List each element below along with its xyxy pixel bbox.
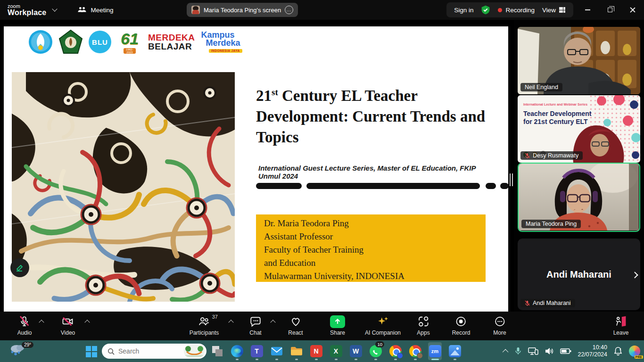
zoom-icon: zm [429, 345, 441, 357]
excel-app[interactable]: X [329, 342, 343, 360]
whatsapp-app[interactable]: 10 [369, 342, 382, 360]
heart-icon [289, 315, 302, 328]
weather-widget[interactable]: 29° [9, 343, 36, 361]
slide-logo-row: BLU 61 1962-2023 MERDEKA BELAJAR Kampus … [28, 28, 240, 56]
mail-app[interactable] [270, 342, 283, 360]
notification-bell-icon[interactable]: z [613, 346, 623, 356]
sparkles-icon [377, 315, 389, 328]
recording-dot-icon [498, 8, 502, 12]
svg-text:for 21st Century ELT: for 21st Century ELT [523, 118, 588, 125]
speaker-info-box: Dr. Maria Teodora Ping Assistant Profess… [256, 214, 486, 282]
tab-options-icon[interactable]: … [285, 6, 293, 14]
search-input[interactable] [118, 347, 179, 355]
security-shield-icon[interactable] [481, 5, 490, 15]
pdf-app[interactable]: N [309, 342, 323, 360]
annotate-button[interactable] [10, 258, 29, 277]
record-icon [455, 315, 467, 328]
task-view-button[interactable] [210, 342, 224, 360]
taskbar-clock[interactable]: 10:40 22/07/2024 [578, 344, 607, 358]
taskbar-apps: T N X W 10 zm [210, 342, 462, 360]
view-button[interactable]: View [542, 7, 566, 14]
copilot-icon[interactable]: PRE [629, 346, 640, 357]
recording-label: Recording [505, 7, 535, 14]
chrome-profile2-app[interactable] [408, 342, 422, 360]
mulawarman-university-logo [59, 30, 83, 54]
share-screen-button[interactable]: Share [330, 315, 345, 336]
chat-button[interactable]: Chat [249, 315, 262, 336]
record-button[interactable]: Record [452, 315, 471, 336]
panel-resize-handle[interactable] [510, 173, 513, 186]
chat-options-chevron[interactable] [271, 320, 275, 324]
logo-word-workplace: Workplace [8, 9, 46, 16]
svg-text:z: z [619, 347, 621, 351]
logo-word-zoom: zoom [8, 4, 46, 9]
audio-options-chevron[interactable] [40, 320, 44, 324]
sign-in-button[interactable]: Sign in [454, 7, 473, 14]
leave-button[interactable]: Leave [613, 315, 629, 336]
camera-off-icon [61, 315, 74, 328]
edge-app[interactable] [230, 342, 244, 360]
chrome-profile1-app[interactable] [388, 342, 402, 360]
decorative-bars [256, 183, 509, 189]
photos-app[interactable] [448, 342, 462, 360]
speaker-faculty-2: and Education [264, 256, 486, 270]
cast-display-icon[interactable] [528, 347, 538, 355]
restore-button[interactable] [599, 0, 621, 20]
word-app[interactable]: W [349, 342, 363, 360]
speaker-icon[interactable] [545, 347, 554, 355]
task-view-icon [212, 346, 223, 356]
excel-icon: X [330, 345, 342, 357]
chevron-down-icon[interactable] [52, 6, 58, 11]
kampus-merdeka-logo: Kampus Merdeka INDONESIA JAYA [201, 31, 240, 53]
muted-mic-icon [525, 300, 530, 306]
mail-icon [271, 346, 283, 356]
file-explorer-app[interactable] [289, 342, 303, 360]
merdeka-belajar-logo: MERDEKA BELAJAR [148, 33, 195, 51]
video-tile-desy[interactable]: International Lecture and Webinar Series… [518, 95, 640, 163]
close-button[interactable] [621, 0, 644, 20]
react-button[interactable]: React [288, 315, 303, 336]
zoom-app-active[interactable]: zm [428, 342, 442, 360]
chevron-right-icon[interactable] [631, 272, 638, 278]
participants-options-chevron[interactable] [229, 320, 233, 324]
folder-icon [290, 346, 303, 356]
presentation-slide: BLU 61 1962-2023 MERDEKA BELAJAR Kampus … [4, 26, 508, 312]
teams-app[interactable]: T [250, 342, 264, 360]
tab-shared-screen[interactable]: Maria Teodora Ping's screen … [187, 3, 298, 17]
participants-button[interactable]: 37 Participants [190, 315, 219, 336]
tray-mic-icon[interactable] [514, 347, 522, 355]
apps-button[interactable]: Apps [417, 315, 429, 336]
dayak-carving-image [12, 72, 235, 302]
chrome-profile-badge [417, 353, 423, 359]
speaker-title: Assistant Professor [264, 230, 486, 243]
speaker-name: Dr. Maria Teodora Ping [264, 217, 486, 230]
ministry-education-logo [28, 30, 53, 54]
svg-text:International Lecture and Webi: International Lecture and Webinar Series [523, 103, 587, 106]
avatar [191, 6, 200, 14]
minimize-button[interactable] [576, 0, 599, 20]
clock-time: 10:40 [578, 344, 607, 351]
video-tile-andi-camera-off[interactable]: Andi Maharani Andi Maharani [518, 239, 640, 310]
title-bar: zoom Workplace Meeting Maria Teodora Pin… [0, 0, 644, 20]
svg-text:Teacher Development: Teacher Development [523, 110, 592, 117]
search-icon [107, 348, 115, 355]
tab-meeting-label: Meeting [91, 7, 113, 14]
ai-companion-button[interactable]: AI Companion [365, 315, 401, 336]
participant-name-tag: Maria Teodora Ping [521, 220, 581, 228]
muted-mic-icon [525, 153, 530, 159]
video-tile-maria-active-speaker[interactable]: Maria Teodora Ping [518, 163, 640, 232]
pdf-icon: N [310, 345, 322, 357]
start-button[interactable] [86, 346, 97, 357]
system-tray: 10:40 22/07/2024 z PRE [504, 340, 640, 362]
video-tile-neil[interactable]: Neil England [518, 27, 640, 94]
battery-icon[interactable] [560, 348, 571, 354]
hidden-icons-chevron[interactable] [503, 349, 509, 355]
audio-button[interactable]: Audio [17, 315, 32, 336]
video-button[interactable]: Video [61, 315, 75, 336]
more-button[interactable]: More [493, 315, 506, 336]
more-ellipsis-icon [494, 315, 506, 328]
tab-meeting[interactable]: Meeting [77, 6, 113, 14]
search-highlight-image[interactable] [184, 345, 205, 357]
search-box[interactable] [102, 344, 206, 359]
video-options-chevron[interactable] [85, 320, 90, 324]
